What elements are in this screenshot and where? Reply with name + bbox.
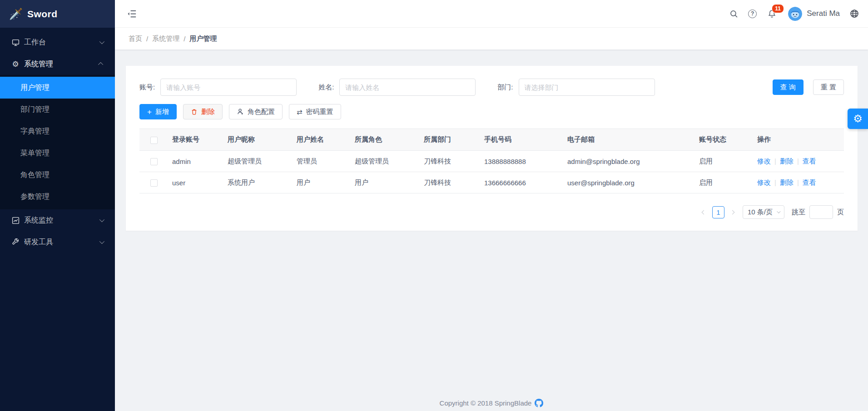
reset-button[interactable]: 重 置 [813,79,844,95]
github-icon[interactable] [535,399,543,407]
cell-nickname: 系统用户 [224,172,293,193]
gear-icon: ⚙ [11,60,20,68]
page-footer: Copyright © 2018 SpringBlade [115,399,868,407]
pagination: 1 10 条/页 跳至 页 [139,205,844,219]
gear-icon: ⚙ [853,114,863,124]
person-icon [237,108,244,115]
view-link[interactable]: 查看 [803,157,816,165]
system-submenu: 用户管理 部门管理 字典管理 菜单管理 角色管理 参数管理 [0,75,115,209]
name-input[interactable] [339,79,476,96]
trash-icon [191,109,198,115]
chart-icon [11,216,20,224]
dept-select-input[interactable] [519,79,655,96]
chevron-down-icon [99,239,104,244]
view-link[interactable]: 查看 [803,178,816,186]
col-login-account: 登录账号 [169,129,224,151]
sidebar-item-workbench[interactable]: 工作台 [0,31,115,53]
table-header-row: 登录账号 用户昵称 用户姓名 所属角色 所属部门 手机号码 电子邮箱 账号状态 … [139,129,844,151]
delete-button-label: 删除 [201,108,215,116]
page-size-select[interactable]: 10 条/页 [743,205,784,219]
main-area: ? 11 Serati Ma 首页 / 系统管理 / [115,0,868,411]
help-icon[interactable]: ? [748,10,757,18]
select-all-checkbox[interactable] [150,137,158,144]
col-status: 账号状态 [695,129,754,151]
header-actions: ? 11 Serati Ma [729,7,859,21]
cell-nickname: 超级管理员 [224,151,293,172]
cell-name: 管理员 [293,151,351,172]
sidebar-item-sys-monitor[interactable]: 系统监控 [0,209,115,231]
dept-label: 部门: [497,83,513,92]
account-label: 账号: [139,83,155,92]
breadcrumb-separator: / [184,35,185,43]
password-reset-button-label: 密码重置 [306,108,333,116]
globe-icon[interactable] [850,9,859,18]
edit-link[interactable]: 修改 [757,157,771,165]
sidebar: 🗡️ Sword 工作台 ⚙ 系统管理 用户管理 部门 [0,0,115,411]
col-user-name: 用户姓名 [293,129,351,151]
col-nickname: 用户昵称 [224,129,293,151]
cell-role: 用户 [351,172,420,193]
prev-page-button[interactable] [699,207,709,218]
submenu-item-label: 字典管理 [20,127,50,136]
cell-account: user [169,172,224,193]
sidebar-item-dict-mgmt[interactable]: 字典管理 [0,120,115,142]
jump-page-input[interactable] [809,205,833,219]
user-name[interactable]: Serati Ma [807,9,840,18]
name-filter: 姓名: [318,79,476,96]
table-toolbar: + 新增 删除 角色配置 ⇄ 密码重置 [139,104,844,119]
breadcrumb-home[interactable]: 首页 [129,35,142,43]
col-actions: 操作 [754,129,844,151]
sword-logo-icon: 🗡️ [9,9,23,20]
password-reset-button[interactable]: ⇄ 密码重置 [289,104,341,119]
notifications-button[interactable]: 11 [768,10,776,18]
page-number-button[interactable]: 1 [712,206,724,218]
breadcrumb-current: 用户管理 [189,35,217,43]
sidebar-item-system[interactable]: ⚙ 系统管理 [0,53,115,75]
submenu-item-label: 参数管理 [20,192,50,202]
edit-link[interactable]: 修改 [757,178,771,186]
row-checkbox[interactable] [150,179,158,187]
submenu-item-label: 菜单管理 [20,149,50,158]
account-input[interactable] [160,79,297,96]
cell-status: 启用 [695,151,754,172]
chevron-down-icon [99,39,104,44]
sidebar-item-menu-mgmt[interactable]: 菜单管理 [0,142,115,164]
cell-actions: 修改|删除|查看 [754,151,844,172]
avatar[interactable] [788,7,802,21]
page-unit-label: 页 [837,208,844,217]
add-button[interactable]: + 新增 [139,104,177,119]
settings-tab-button[interactable]: ⚙ [848,109,868,129]
delete-link[interactable]: 删除 [780,157,794,165]
users-table: 登录账号 用户昵称 用户姓名 所属角色 所属部门 手机号码 电子邮箱 账号状态 … [139,129,844,193]
cell-dept: 刀锋科技 [420,172,481,193]
delete-link[interactable]: 删除 [780,178,794,186]
sidebar-item-label: 研发工具 [24,238,99,247]
sidebar-item-role-mgmt[interactable]: 角色管理 [0,164,115,186]
sidebar-item-param-mgmt[interactable]: 参数管理 [0,186,115,208]
cell-phone: 13888888888 [481,151,564,172]
monitor-icon [11,38,20,46]
sidebar-item-dept-mgmt[interactable]: 部门管理 [0,99,115,120]
col-role: 所属角色 [351,129,420,151]
app-logo[interactable]: 🗡️ Sword [0,0,115,28]
role-config-button[interactable]: 角色配置 [229,104,283,119]
col-email: 电子邮箱 [564,129,695,151]
sidebar-item-dev-tools[interactable]: 研发工具 [0,231,115,253]
cell-name: 用户 [293,172,351,193]
next-page-button[interactable] [727,207,738,218]
search-icon[interactable] [729,10,738,18]
search-button[interactable]: 查 询 [773,79,804,95]
row-checkbox[interactable] [150,158,158,165]
menu-fold-icon[interactable] [127,9,137,19]
chevron-down-icon [99,217,104,222]
sidebar-item-user-mgmt[interactable]: 用户管理 [0,77,115,99]
cell-email: user@springblade.org [564,172,695,193]
cell-account: admin [169,151,224,172]
breadcrumb: 首页 / 系统管理 / 用户管理 [115,28,868,50]
breadcrumb-system[interactable]: 系统管理 [152,35,179,43]
table-row: user 系统用户 用户 用户 刀锋科技 13666666666 user@sp… [139,172,844,193]
user-management-card: 账号: 姓名: 部门: 查 询 重 置 + [126,66,858,231]
swap-icon: ⇄ [297,109,303,115]
delete-button[interactable]: 删除 [183,104,223,119]
jump-to-label: 跳至 [792,208,805,217]
